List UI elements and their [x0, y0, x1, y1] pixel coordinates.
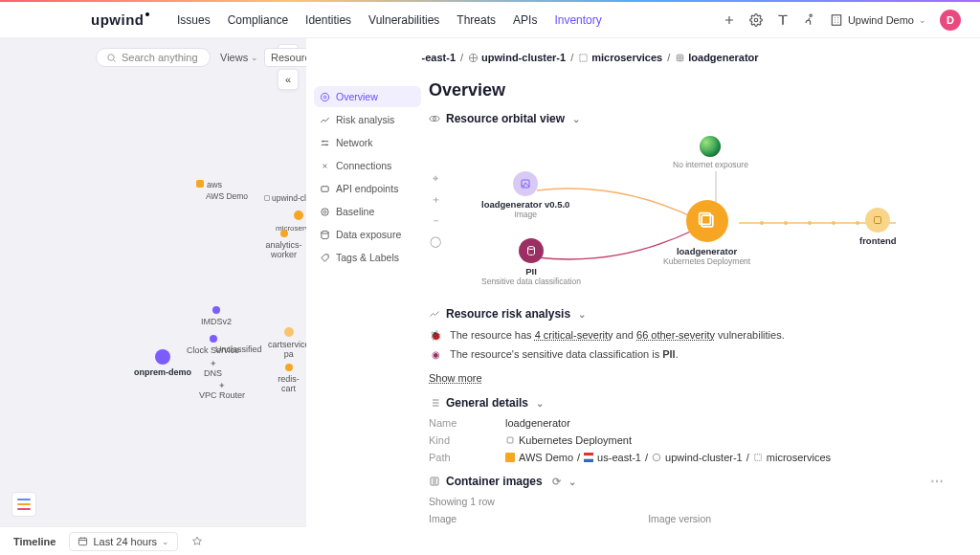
cluster-icon: [468, 53, 479, 63]
svg-rect-19: [678, 55, 683, 60]
show-more-link[interactable]: Show more: [429, 372, 482, 384]
timeline-label: Timeline: [13, 536, 56, 547]
svg-point-21: [434, 118, 436, 121]
tag-icon: [320, 253, 330, 263]
nav-inventory[interactable]: Inventory: [554, 13, 601, 27]
detail-kind: KindKubernetes Deployment: [429, 434, 961, 446]
sidemenu-overview[interactable]: Overview: [314, 86, 421, 107]
frontend-icon: [865, 208, 890, 233]
zoom-in-button[interactable]: ＋: [429, 192, 442, 206]
orbital-icon: [429, 113, 440, 124]
ns-mini-icon: [753, 453, 763, 462]
nav-threats[interactable]: Threats: [457, 13, 496, 27]
resource-content: AWS Demo / us-east-1 / upwind-cluster-1 …: [421, 38, 980, 555]
book-icon[interactable]: [776, 13, 790, 27]
sidemenu-network[interactable]: Network: [314, 132, 421, 153]
risk-line-pii: ◉ The resource's sensitive data classifi…: [429, 347, 961, 361]
section-orbital-header[interactable]: Resource orbital view⌄: [429, 112, 961, 125]
svg-point-12: [322, 231, 328, 233]
pin-icon[interactable]: [191, 536, 203, 547]
svg-rect-36: [584, 453, 593, 455]
deployment-big-icon: [686, 200, 728, 242]
node-frontend[interactable]: frontend: [859, 208, 897, 246]
pii-icon: [519, 238, 544, 263]
sidemenu-baseline[interactable]: Baseline: [314, 201, 421, 222]
api-icon: [320, 184, 330, 194]
svg-rect-2: [832, 14, 840, 25]
risk-line-vulns: 🐞 The resource has 4 critical-severity a…: [429, 328, 961, 342]
overview-icon: [320, 92, 330, 102]
list-icon: [429, 397, 440, 409]
org-switcher[interactable]: Upwind Demo ⌄: [830, 13, 926, 27]
data-icon: [320, 230, 330, 240]
svg-point-25: [808, 221, 812, 225]
refresh-icon[interactable]: ⟳: [552, 476, 561, 488]
node-pii[interactable]: PII Sensitive data classification: [481, 238, 581, 286]
svg-rect-4: [79, 538, 87, 544]
resource-side-menu: Overview Risk analysis Network Connectio…: [306, 38, 421, 555]
nav-identities[interactable]: Identities: [305, 13, 351, 27]
section-general-header[interactable]: General details⌄: [429, 396, 961, 410]
deploy-mini-icon: [505, 435, 515, 445]
sidemenu-api[interactable]: API endpoints: [314, 178, 421, 199]
svg-point-11: [323, 211, 326, 213]
svg-rect-20: [679, 56, 681, 59]
running-icon[interactable]: [803, 13, 816, 27]
sidemenu-data-exposure[interactable]: Data exposure: [314, 224, 421, 245]
timeline-bar: Timeline Last 24 hours ⌄: [0, 526, 306, 555]
flag-mini-icon: [584, 453, 593, 462]
aws-mini-icon: [505, 453, 515, 462]
svg-rect-38: [584, 459, 593, 462]
svg-point-8: [326, 144, 327, 144]
nav-issues[interactable]: Issues: [177, 13, 211, 27]
sidemenu-tags[interactable]: Tags & Labels: [314, 247, 421, 268]
inventory-canvas: ✕ « Search anything Views ⌄ Resources aw…: [0, 38, 306, 555]
fit-button[interactable]: ◯: [429, 234, 442, 248]
nav-right: Upwind Demo ⌄ D: [723, 10, 961, 31]
node-internet: No internet exposure: [673, 136, 748, 169]
connections-icon: [320, 161, 330, 171]
avatar[interactable]: D: [940, 10, 961, 31]
svg-rect-35: [505, 453, 515, 462]
svg-point-0: [754, 18, 758, 22]
svg-rect-33: [875, 217, 881, 224]
section-risk-header[interactable]: Resource risk analysis⌄: [429, 307, 961, 321]
topology-graph[interactable]: aws AWS Demo upwind-cluster-1 microservi…: [0, 77, 306, 555]
orbital-view[interactable]: ⌖ ＋ － ◯ No internet exposure loadgenerat…: [429, 133, 961, 296]
globe-icon: [700, 136, 721, 157]
node-image[interactable]: loadgenerator v0.5.0 Image: [481, 171, 569, 219]
db-icon: ◉: [429, 347, 442, 361]
section-more-icon[interactable]: ⋯: [930, 474, 944, 489]
legend-toggle[interactable]: [11, 492, 36, 517]
sidemenu-risk[interactable]: Risk analysis: [314, 109, 421, 130]
svg-rect-34: [507, 437, 513, 443]
crosshair-button[interactable]: ⌖: [429, 171, 442, 185]
nav-apis[interactable]: APIs: [513, 13, 537, 27]
section-images-header[interactable]: Container images ⟳ ⌄ ⋯: [429, 475, 961, 488]
svg-point-7: [323, 141, 323, 142]
svg-point-26: [832, 221, 835, 225]
namespace-icon: [578, 53, 589, 63]
nav-vulnerabilities[interactable]: Vulnerabilities: [368, 13, 439, 27]
chart-icon: [429, 308, 440, 320]
svg-point-10: [322, 208, 328, 214]
search-input[interactable]: Search anything: [96, 48, 211, 67]
resource-detail-panel: Overview Risk analysis Network Connectio…: [306, 38, 980, 555]
gear-icon[interactable]: [749, 13, 763, 27]
sidemenu-connections[interactable]: Connections: [314, 155, 421, 176]
views-dropdown[interactable]: Views ⌄: [220, 52, 258, 63]
time-range-picker[interactable]: Last 24 hours ⌄: [69, 532, 178, 551]
svg-rect-9: [322, 186, 328, 191]
svg-rect-18: [580, 54, 587, 60]
node-center[interactable]: loadgenerator Kubernetes Deployment: [663, 200, 750, 266]
plus-icon[interactable]: [723, 13, 736, 27]
svg-rect-40: [754, 455, 761, 461]
svg-point-23: [760, 221, 764, 225]
top-nav: upwind Issues Compliance Identities Vuln…: [0, 2, 980, 38]
resources-dropdown[interactable]: Resources: [264, 48, 306, 67]
nav-items: Issues Compliance Identities Vulnerabili…: [177, 13, 602, 27]
images-table-header: ImageImage version: [429, 513, 961, 524]
cluster-mini-icon: [652, 453, 661, 462]
nav-compliance[interactable]: Compliance: [228, 13, 288, 27]
zoom-out-button[interactable]: －: [429, 213, 442, 227]
